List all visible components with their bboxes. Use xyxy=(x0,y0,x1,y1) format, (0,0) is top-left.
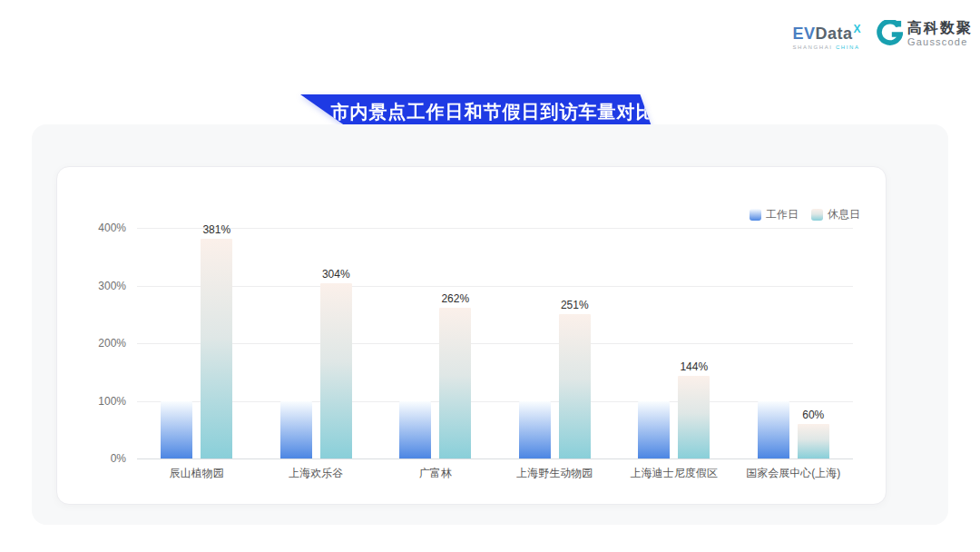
bar-休息日: 144% xyxy=(678,376,710,458)
y-axis-tick: 300% xyxy=(98,280,126,292)
chart-plot: 0%100%200%300%400%381%辰山植物园304%上海欢乐谷262%… xyxy=(137,228,853,458)
evdata-data-text: Data xyxy=(815,25,852,43)
bar-工作日 xyxy=(758,401,789,459)
bar-value-label: 251% xyxy=(561,299,589,311)
bar-工作日 xyxy=(280,401,312,459)
category-group: 60%国家会展中心(上海) xyxy=(734,228,854,458)
evdata-x-mark: X xyxy=(853,23,861,35)
page: EVDataX SHANGHAI CHINA 高科数聚 Gausscode 市内… xyxy=(0,0,980,552)
bar-value-label: 381% xyxy=(202,223,230,236)
gridline xyxy=(137,458,853,459)
evdata-subtitle-shanghai: SHANGHAI xyxy=(792,44,832,50)
bar-休息日: 60% xyxy=(798,424,829,458)
evdata-ev-text: EV xyxy=(792,25,815,43)
bar-value-label: 304% xyxy=(322,268,350,281)
category-group: 251%上海野生动物园 xyxy=(495,228,615,458)
y-axis-tick: 0% xyxy=(111,452,126,465)
category-group: 144%上海迪士尼度假区 xyxy=(614,228,734,458)
bar-value-label: 262% xyxy=(441,292,469,305)
evdata-subtitle-china: CHINA xyxy=(836,44,860,50)
bar-工作日 xyxy=(399,401,431,459)
x-axis-label: 辰山植物园 xyxy=(170,466,224,481)
bar-groups: 381%辰山植物园304%上海欢乐谷262%广富林251%上海野生动物园144%… xyxy=(137,228,853,458)
category-group: 304%上海欢乐谷 xyxy=(257,228,377,458)
gausscode-logo: 高科数聚 Gausscode xyxy=(876,20,973,47)
y-axis-tick: 400% xyxy=(98,222,126,234)
chart-legend: 工作日休息日 xyxy=(750,207,860,222)
bar-工作日 xyxy=(519,401,551,459)
category-group: 262%广富林 xyxy=(376,228,495,458)
chart-card: 工作日休息日 0%100%200%300%400%381%辰山植物园304%上海… xyxy=(56,166,887,505)
evdata-wordmark: EVDataX xyxy=(792,24,861,42)
bar-休息日: 251% xyxy=(559,314,591,458)
category-group: 381%辰山植物园 xyxy=(137,228,257,458)
bar-工作日 xyxy=(161,401,192,459)
page-title: 市内景点工作日和节假日到访车量对比 xyxy=(331,100,655,124)
x-axis-label: 上海欢乐谷 xyxy=(289,466,343,481)
legend-item-工作日[interactable]: 工作日 xyxy=(750,207,799,222)
bar-休息日: 381% xyxy=(201,239,232,458)
gausscode-text: 高科数聚 Gausscode xyxy=(907,20,973,47)
y-axis-tick: 200% xyxy=(98,337,126,350)
gausscode-en-name: Gausscode xyxy=(907,36,973,47)
bar-休息日: 262% xyxy=(439,308,471,458)
x-axis-label: 国家会展中心(上海) xyxy=(746,466,840,481)
gausscode-g-icon xyxy=(876,20,903,47)
legend-item-休息日[interactable]: 休息日 xyxy=(811,207,860,222)
x-axis-label: 上海迪士尼度假区 xyxy=(631,466,718,481)
evdata-subtitle: SHANGHAI CHINA xyxy=(792,44,859,50)
legend-label: 工作日 xyxy=(766,207,799,222)
legend-swatch xyxy=(811,209,823,221)
bar-value-label: 144% xyxy=(680,360,708,373)
y-axis-tick: 100% xyxy=(98,395,126,408)
bar-value-label: 60% xyxy=(802,409,824,421)
content-panel: 工作日休息日 0%100%200%300%400%381%辰山植物园304%上海… xyxy=(32,124,948,525)
x-axis-label: 广富林 xyxy=(419,466,452,481)
legend-label: 休息日 xyxy=(828,207,860,222)
gausscode-cn-name: 高科数聚 xyxy=(907,20,973,36)
bar-工作日 xyxy=(638,401,670,459)
header-logos: EVDataX SHANGHAI CHINA 高科数聚 Gausscode xyxy=(792,20,973,50)
x-axis-label: 上海野生动物园 xyxy=(516,466,593,481)
legend-swatch xyxy=(750,209,761,221)
evdata-logo: EVDataX SHANGHAI CHINA xyxy=(792,20,861,50)
bar-休息日: 304% xyxy=(320,283,352,458)
